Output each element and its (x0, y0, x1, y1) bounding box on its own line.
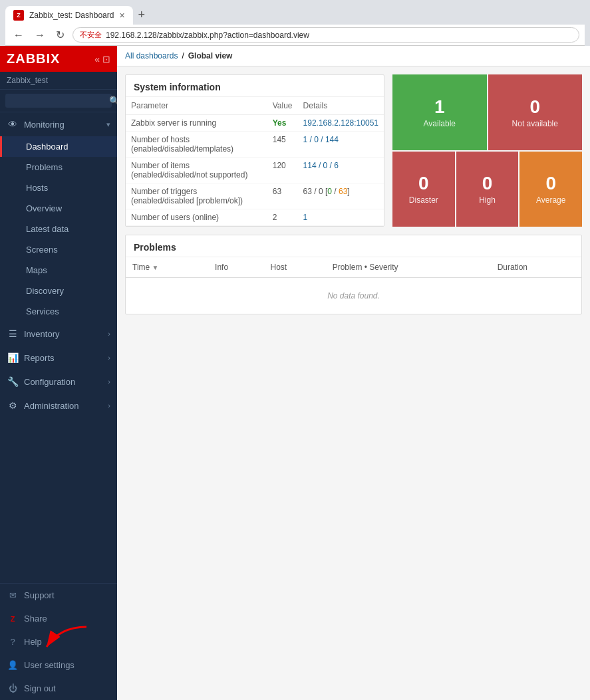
tab-favicon: Z (13, 10, 24, 21)
main-content: All dashboards / Global view System info… (117, 46, 590, 700)
nav-section: 👁 Monitoring ▾ Dashboard Problems Hosts … (0, 112, 117, 417)
sidebar-item-administration[interactable]: ⚙ Administration › (0, 394, 117, 417)
share-label: Share (24, 614, 47, 624)
help-button[interactable]: ? Help (0, 630, 117, 653)
sign-out-icon: ⏻ (7, 683, 19, 693)
sidebar-item-label: Reports (24, 353, 55, 363)
sidebar-item-screens[interactable]: Screens (0, 239, 117, 260)
sys-param: Number of hosts (enabled/disabled/templa… (126, 132, 267, 158)
search-wrapper[interactable]: 🔍 (5, 94, 112, 108)
sys-details[interactable]: 1 / 0 / 144 (298, 132, 384, 158)
sys-value: 2 (267, 209, 298, 226)
sidebar-item-reports[interactable]: 📊 Reports › (0, 346, 117, 370)
sign-out-button[interactable]: ⏻ Sign out (0, 677, 117, 700)
disaster-label: Disaster (409, 195, 438, 205)
chevron-right-icon: › (108, 378, 110, 386)
expand-icon[interactable]: ⊡ (102, 54, 110, 64)
share-button[interactable]: Z Share (0, 607, 117, 630)
not-available-count: 0 (529, 96, 540, 118)
dashboard-content: System information Parameter Value Detai… (117, 66, 590, 322)
sys-param: Zabbix server is running (126, 115, 267, 132)
breadcrumb-all-dashboards[interactable]: All dashboards (125, 51, 178, 60)
zabbix-logo: ZABBIX (7, 51, 60, 66)
sidebar-item-maps[interactable]: Maps (0, 260, 117, 281)
disaster-count: 0 (418, 173, 429, 194)
available-count: 1 (434, 96, 445, 118)
status-high[interactable]: 0 High (456, 152, 519, 227)
table-row: Zabbix server is runningYes192.168.2.128… (126, 115, 384, 132)
search-icon: 🔍 (109, 96, 117, 106)
sign-out-label: Sign out (24, 683, 56, 693)
address-bar[interactable]: 不安全 192.168.2.128/zabbix/zabbix.php?acti… (73, 27, 579, 43)
sys-value: 120 (267, 158, 298, 183)
share-icon: Z (7, 615, 19, 623)
status-average[interactable]: 0 Average (519, 152, 582, 227)
table-row: Number of hosts (enabled/disabled/templa… (126, 132, 384, 158)
sys-param: Number of items (enabled/disabled/not su… (126, 158, 267, 183)
search-input[interactable] (9, 96, 109, 106)
forward-button[interactable]: → (32, 28, 48, 43)
configuration-icon: 🔧 (7, 376, 19, 387)
tab-title: Zabbix_test: Dashboard (29, 11, 114, 20)
sidebar-item-discovery[interactable]: Discovery (0, 281, 117, 301)
no-data-message: No data found. (126, 278, 581, 314)
system-info-title: System information (126, 75, 384, 97)
sidebar-item-services[interactable]: Services (0, 301, 117, 322)
col-parameter: Parameter (126, 97, 267, 115)
system-info-panel: System information Parameter Value Detai… (125, 74, 384, 227)
no-data-row: No data found. (126, 278, 581, 314)
sidebar-item-dashboard[interactable]: Dashboard (0, 136, 117, 157)
new-tab-button[interactable]: + (133, 5, 151, 25)
problems-table: Time ▼ Info Host Problem • Severity Dura… (126, 257, 581, 314)
status-disaster[interactable]: 0 Disaster (392, 152, 455, 227)
chevron-down-icon: ▾ (106, 120, 110, 129)
problems-panel: Problems Time ▼ Info Host Problem • Seve… (125, 235, 582, 314)
sys-param: Number of triggers (enabled/disabled [pr… (126, 183, 267, 209)
sidebar-bottom: ✉ Support Z Share ? Help (0, 583, 117, 700)
sidebar-item-label: Inventory (24, 329, 59, 339)
sidebar-item-inventory[interactable]: ☰ Inventory › (0, 322, 117, 346)
address-bar-row: ← → ↻ 不安全 192.168.2.128/zabbix/zabbix.ph… (5, 25, 585, 46)
collapse-icon[interactable]: « (94, 54, 100, 64)
available-label: Available (424, 119, 456, 128)
support-button[interactable]: ✉ Support (0, 584, 117, 607)
security-indicator: 不安全 (80, 30, 102, 40)
sidebar-header: ZABBIX « ⊡ (0, 46, 117, 72)
chevron-right-icon: › (108, 354, 110, 362)
col-duration: Duration (491, 257, 581, 278)
reports-icon: 📊 (7, 352, 19, 363)
back-button[interactable]: ← (11, 28, 27, 43)
status-row-problems: 0 Disaster 0 High 0 Average (392, 152, 582, 227)
status-not-available[interactable]: 0 Not available (488, 74, 583, 150)
tab-close-button[interactable]: × (119, 10, 124, 21)
administration-icon: ⚙ (7, 400, 19, 411)
status-row-hosts: 1 Available 0 Not available (392, 74, 582, 150)
search-box: 🔍 (0, 90, 117, 112)
reload-button[interactable]: ↻ (53, 27, 67, 43)
sys-details[interactable]: 1 (298, 209, 384, 226)
sys-details[interactable]: 114 / 0 / 6 (298, 158, 384, 183)
sidebar-item-latest-data[interactable]: Latest data (0, 219, 117, 239)
sys-value: 63 (267, 183, 298, 209)
status-available[interactable]: 1 Available (392, 74, 487, 150)
sidebar-item-problems[interactable]: Problems (0, 157, 117, 177)
average-label: Average (536, 195, 565, 205)
system-info-table: Parameter Value Details Zabbix server is… (126, 97, 384, 226)
sys-details[interactable]: 192.168.2.128:10051 (298, 115, 384, 132)
sidebar-item-overview[interactable]: Overview (0, 198, 117, 219)
dashboard-top-row: System information Parameter Value Detai… (125, 74, 582, 227)
breadcrumb-separator: / (182, 51, 184, 60)
sidebar-item-configuration[interactable]: 🔧 Configuration › (0, 370, 117, 394)
high-label: High (479, 195, 496, 205)
sidebar-item-hosts[interactable]: Hosts (0, 177, 117, 198)
browser-chrome: Z Zabbix_test: Dashboard × + ← → ↻ 不安全 1… (0, 0, 590, 46)
sidebar-item-monitoring[interactable]: 👁 Monitoring ▾ (0, 112, 117, 136)
sys-details: 63 / 0 [0 / 63] (298, 183, 384, 209)
average-count: 0 (545, 173, 556, 194)
browser-tab[interactable]: Z Zabbix_test: Dashboard × (5, 6, 133, 25)
user-settings-button[interactable]: 👤 User settings (0, 653, 117, 677)
sidebar-item-label: Configuration (24, 377, 75, 387)
col-time[interactable]: Time ▼ (126, 257, 208, 278)
table-row: Number of items (enabled/disabled/not su… (126, 158, 384, 183)
table-row: Number of users (online)21 (126, 209, 384, 226)
